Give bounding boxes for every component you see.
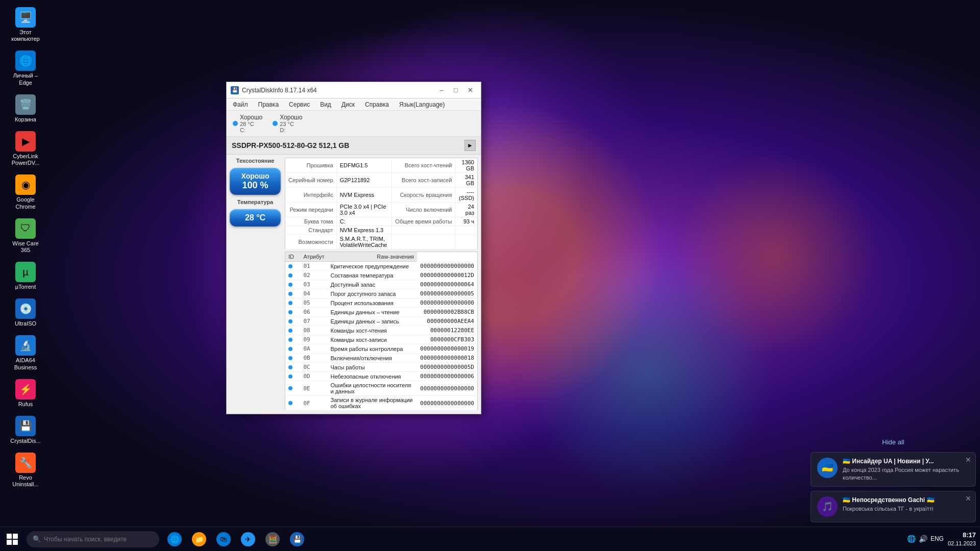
attr-dot xyxy=(285,335,301,344)
health-status-bubble: Хорошо 100 % xyxy=(230,168,281,195)
drive-nav-button[interactable]: ► xyxy=(464,140,476,151)
notif-close-1[interactable]: ✕ xyxy=(965,456,971,464)
drive-c-temp: 28 °C xyxy=(240,121,262,127)
desktop-icon-edge[interactable]: 🌐 Личный –Edge xyxy=(5,48,46,88)
minimize-button[interactable]: – xyxy=(435,85,448,96)
attr-id: 01 xyxy=(301,262,328,271)
desktop-icon-recycle-bin[interactable]: 🗑️ Корзина xyxy=(5,92,46,125)
attr-dot xyxy=(285,363,301,372)
taskbar-search[interactable]: 🔍 xyxy=(27,531,159,547)
start-button[interactable] xyxy=(0,527,24,552)
menu-edit[interactable]: Правка xyxy=(254,100,283,109)
notif-title-2: 🇺🇦 Непосредственно Gachi 🇺🇦 xyxy=(843,496,969,504)
menu-language[interactable]: Язык(Language) xyxy=(395,100,449,109)
taskbar-app-telegram[interactable]: ✈ xyxy=(237,528,259,550)
menu-disk[interactable]: Диск xyxy=(337,100,359,109)
info-value2: 1360 GB xyxy=(455,158,478,173)
maximize-button[interactable]: □ xyxy=(449,85,462,96)
attr-dot xyxy=(285,344,301,354)
window-app-icon: 💾 xyxy=(231,86,239,94)
desktop-icon-aida64[interactable]: 🔬 AIDA64Business xyxy=(5,333,46,372)
attr-dot xyxy=(285,308,301,317)
attr-id: 04 xyxy=(301,289,328,298)
attr-raw: 0000000000000019 xyxy=(417,344,477,354)
attribute-row: 0F Записи в журнале информации об ошибка… xyxy=(285,396,478,411)
right-panel: Прошивка EDFMG1.5 Всего хост-чтений 1360… xyxy=(285,158,478,411)
icon-img-rufus: ⚡ xyxy=(15,379,36,399)
info-row: Возможности S.M.A.R.T., TRIM, VolatileWr… xyxy=(285,235,478,249)
taskbar-right: 🌐 🔊 ENG 8:17 02.11.2023 xyxy=(907,531,980,548)
icon-img-ultraiso: 💿 xyxy=(15,298,36,319)
icon-img-crystaldisk: 💾 xyxy=(15,416,36,436)
drive-header: SSDPR-PX500-512-80-G2 512,1 GB ► xyxy=(227,137,481,155)
icon-label-aida64: AIDA64Business xyxy=(14,357,37,370)
info-value2: 341 GB xyxy=(455,173,478,188)
icon-img-utorrent: µ xyxy=(15,262,36,282)
drive-tab-d[interactable]: Хорошо 23 °C D: xyxy=(271,113,304,134)
info-label: Буква тома xyxy=(285,217,337,226)
info-value2: 24 раз xyxy=(455,203,478,217)
hide-all-button[interactable]: Hide all xyxy=(811,436,976,448)
info-label: Серийный номер xyxy=(285,173,337,188)
attr-id: 0A xyxy=(301,344,328,354)
attr-id: 0F xyxy=(301,396,328,411)
taskbar-app-icon-explorer: 📁 xyxy=(192,532,206,546)
close-button[interactable]: ✕ xyxy=(463,85,477,96)
desktop-icon-ultraiso[interactable]: 💿 UltraISO xyxy=(5,296,46,329)
desktop-icon-crystaldisk[interactable]: 💾 CrystalDis... xyxy=(5,414,46,446)
drive-tabs: Хорошо 28 °C C: Хорошо 23 °C D: xyxy=(227,111,481,137)
taskbar-system-icons: 🌐 🔊 ENG xyxy=(907,535,944,543)
volume-icon[interactable]: 🔊 xyxy=(919,535,927,543)
attr-dot xyxy=(285,271,301,280)
window-controls: – □ ✕ xyxy=(435,85,477,96)
drive-c-letter: C: xyxy=(240,127,262,133)
icon-img-wise-care: 🛡 xyxy=(15,218,36,239)
desktop-icon-this-pc[interactable]: 🖥️ Этоткомпьютер xyxy=(5,5,46,44)
desktop-icon-google-chrome[interactable]: ◉ GoogleChrome xyxy=(5,172,46,212)
info-row: Стандарт NVM Express 1.3 xyxy=(285,226,478,235)
taskbar-app-calc[interactable]: 🧮 xyxy=(261,528,284,550)
notif-text-1: До конца 2023 года Россия может нарастит… xyxy=(843,466,969,481)
icon-label-cyberlink: CyberLinkPowerDV... xyxy=(12,153,40,166)
desktop-icon-revo[interactable]: 🔧 RevoUninstall... xyxy=(5,450,46,490)
menu-file[interactable]: Файл xyxy=(229,100,252,109)
info-label2: Скорость вращения xyxy=(392,188,455,203)
language-indicator[interactable]: ENG xyxy=(930,535,944,542)
taskbar-app-explorer[interactable]: 📁 xyxy=(188,528,210,550)
menu-view[interactable]: Вид xyxy=(316,100,335,109)
desktop-icon-cyberlink[interactable]: ▶ CyberLinkPowerDV... xyxy=(5,129,46,168)
taskbar-app-edge[interactable]: 🌐 xyxy=(163,528,186,550)
attr-name: Единицы данных – чтение xyxy=(328,308,418,317)
network-icon[interactable]: 🌐 xyxy=(907,535,916,543)
info-row: Серийный номер G2P121892 Всего хост-запи… xyxy=(285,173,478,188)
attr-raw: 0000000000000064 xyxy=(417,280,477,289)
desktop-icon-wise-care[interactable]: 🛡 Wise Care365 xyxy=(5,216,46,256)
col-name: Атрибут xyxy=(301,252,328,262)
taskbar-app-crystaldisk-task[interactable]: 💾 xyxy=(286,528,308,550)
desktop-icon-utorrent[interactable]: µ µTorrent xyxy=(5,260,46,292)
col-raw: Raw-значения xyxy=(328,252,418,262)
attribute-row: 05 Процент использования 000000000000000… xyxy=(285,298,478,308)
info-label: Интерфейс xyxy=(285,188,337,203)
taskbar-app-icon-calc: 🧮 xyxy=(265,532,280,546)
icon-label-wise-care: Wise Care365 xyxy=(12,240,38,254)
taskbar-app-icon-telegram: ✈ xyxy=(241,532,255,546)
info-label2: Число включений xyxy=(392,203,455,217)
taskbar-app-store[interactable]: 🛍 xyxy=(212,528,235,550)
info-label2 xyxy=(392,235,455,249)
menu-help[interactable]: Справка xyxy=(361,100,393,109)
info-value2 xyxy=(455,226,478,235)
notif-avatar-1: 🇺🇦 xyxy=(817,458,838,478)
attr-id: 0C xyxy=(301,363,328,372)
desktop-icons: 🖥️ Этоткомпьютер 🌐 Личный –Edge 🗑️ Корзи… xyxy=(5,5,46,490)
attr-dot xyxy=(285,396,301,411)
notif-close-2[interactable]: ✕ xyxy=(965,494,971,503)
desktop-icon-rufus[interactable]: ⚡ Rufus xyxy=(5,377,46,410)
attr-id: 05 xyxy=(301,298,328,308)
drive-tab-c[interactable]: Хорошо 28 °C C: xyxy=(231,113,264,134)
info-row: Прошивка EDFMG1.5 Всего хост-чтений 1360… xyxy=(285,158,478,173)
attribute-row: 0E Ошибки целостности носителя и данных … xyxy=(285,381,478,396)
menu-service[interactable]: Сервис xyxy=(285,100,314,109)
attr-name: Единицы данных – запись xyxy=(328,317,418,326)
search-input[interactable] xyxy=(44,536,153,543)
